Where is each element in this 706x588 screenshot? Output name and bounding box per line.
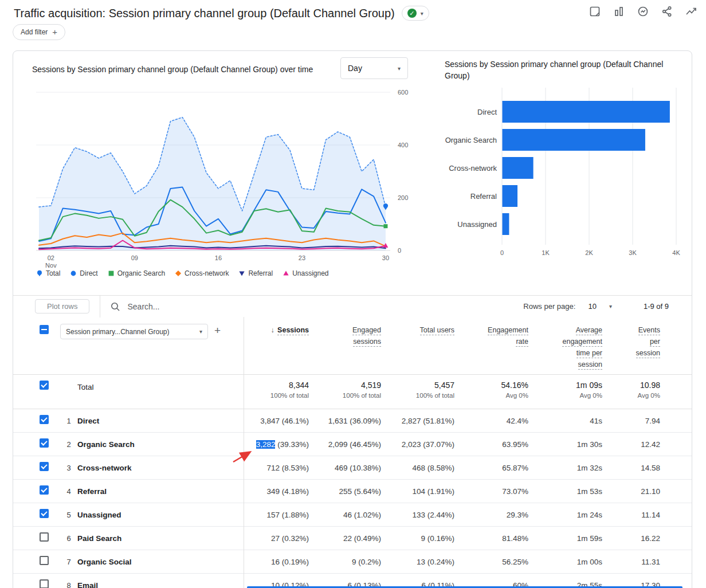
- svg-text:3K: 3K: [629, 249, 637, 256]
- svg-text:Referral: Referral: [470, 192, 497, 201]
- column-header-average-engagement-time-per-session[interactable]: Averageengagementtime persession: [533, 317, 607, 374]
- column-header-sessions[interactable]: ↓ Sessions: [244, 317, 313, 374]
- select-all-checkbox[interactable]: [40, 325, 49, 334]
- dimension-selector[interactable]: Session primary...Channel Group) ▾: [60, 324, 208, 339]
- column-header-engaged-sessions[interactable]: Engagedsessions: [313, 317, 386, 374]
- report-card: Sessions by Session primary channel grou…: [13, 50, 692, 588]
- search-icon: [110, 301, 120, 312]
- metric-cell: 7.94: [607, 417, 692, 425]
- svg-text:Cross-network: Cross-network: [449, 164, 497, 173]
- table-row-referral: 4Referral349 (4.18%)255 (5.64%)104 (1.91…: [13, 480, 692, 503]
- pagination-range: 1-9 of 9: [644, 302, 669, 311]
- trending-icon[interactable]: [683, 1, 699, 22]
- metric-cell: 63.95%: [459, 440, 533, 449]
- legend-item-direct: Direct: [70, 269, 97, 277]
- legend-item-unassigned: Unassigned: [283, 269, 328, 277]
- legend-label: Unassigned: [292, 269, 328, 277]
- bar-chart-title: Sessions by Session primary channel grou…: [445, 58, 673, 81]
- table-row-cross-network: 3Cross-network712 (8.53%)469 (10.38%)468…: [13, 456, 692, 480]
- row-index: 2: [60, 440, 77, 449]
- svg-text:30: 30: [382, 254, 389, 261]
- add-dimension-button[interactable]: +: [214, 324, 221, 338]
- rows-per-page-label: Rows per page:: [523, 302, 575, 311]
- sessions-over-time-chart: 600400200002Nov09162330: [36, 88, 426, 272]
- total-row-checkbox[interactable]: [40, 381, 49, 390]
- legend-label: Total: [46, 269, 60, 277]
- legend-item-total: Total: [36, 269, 60, 277]
- row-checkbox-direct[interactable]: [40, 415, 49, 424]
- line-chart-legend: TotalDirectOrganic SearchCross-networkRe…: [36, 269, 329, 277]
- share-icon[interactable]: [659, 1, 675, 22]
- row-checkbox-organic-social[interactable]: [40, 556, 49, 565]
- chevron-down-icon: ▾: [398, 65, 401, 72]
- svg-text:Direct: Direct: [477, 108, 497, 116]
- rows-per-page-select[interactable]: 10 ▾: [588, 302, 612, 311]
- metric-cell: 73.07%: [459, 487, 533, 496]
- metric-cell: 9 (0.16%): [386, 534, 459, 543]
- column-header-engagement-rate[interactable]: Engagementrate: [459, 317, 533, 374]
- row-index: 8: [60, 581, 77, 588]
- metric-cell: 9 (0.2%): [313, 558, 386, 566]
- row-checkbox-unassigned[interactable]: [40, 509, 49, 518]
- report-status-badge[interactable]: ✓ ▾: [402, 6, 429, 21]
- row-checkbox-paid-search[interactable]: [40, 532, 49, 542]
- metric-cell: 81.48%: [459, 534, 533, 543]
- insights-icon[interactable]: [635, 1, 651, 22]
- metric-cell: 157 (1.88%): [244, 511, 313, 519]
- chevron-down-icon: ▾: [199, 328, 202, 335]
- metric-cell: 29.3%: [459, 511, 533, 519]
- dimension-value: Session primary...Channel Group): [66, 328, 170, 336]
- table-total-row: Total 8,344100% of total4,519100% of tot…: [13, 375, 692, 409]
- table-row-unassigned: 5Unassigned157 (1.88%)46 (1.02%)133 (2.4…: [13, 503, 692, 527]
- metric-cell: 13 (0.24%): [386, 558, 459, 566]
- table-toolbar: Plot rows Rows per page: 10 ▾ 1-9 of 9: [13, 295, 692, 317]
- channel-name: Referral: [77, 487, 244, 496]
- total-metric-4: 1m 09sAvg 0%: [533, 381, 607, 399]
- channel-name: Organic Search: [77, 440, 244, 449]
- metric-cell: 1m 24s: [533, 511, 607, 519]
- metric-cell: 255 (5.64%): [313, 487, 386, 496]
- row-checkbox-email[interactable]: [40, 579, 49, 588]
- metric-cell: 65.87%: [459, 464, 533, 472]
- note-card-icon[interactable]: [587, 1, 603, 22]
- metric-cell: 3,282 (39.33%): [244, 440, 313, 449]
- metric-cell: 41s: [533, 417, 607, 425]
- legend-label: Referral: [248, 269, 273, 277]
- row-checkbox-organic-search[interactable]: [40, 438, 49, 448]
- total-metric-0: 8,344100% of total: [244, 381, 313, 399]
- metric-cell: 22 (0.49%): [313, 534, 386, 543]
- channel-name: Email: [77, 581, 244, 588]
- search-input[interactable]: [126, 301, 289, 312]
- total-metric-2: 5,457100% of total: [386, 381, 459, 399]
- row-checkbox-referral[interactable]: [40, 485, 49, 495]
- metric-cell: 1m 53s: [533, 487, 607, 496]
- interval-select[interactable]: Day ▾: [340, 57, 408, 79]
- metric-cell: 11.14: [607, 511, 692, 519]
- column-header-events-per-session[interactable]: Eventspersession: [607, 317, 692, 374]
- svg-text:09: 09: [131, 254, 138, 261]
- plot-rows-button[interactable]: Plot rows: [35, 299, 89, 313]
- metric-cell: 133 (2.44%): [386, 511, 459, 519]
- metric-cell: 11.31: [607, 558, 692, 566]
- legend-item-cross-network: Cross-network: [175, 269, 229, 277]
- metric-cell: 469 (10.38%): [313, 464, 386, 472]
- rows-per-page-value: 10: [588, 302, 596, 311]
- channel-name: Cross-network: [77, 464, 244, 472]
- table-body: 1Direct3,847 (46.1%)1,631 (36.09%)2,827 …: [13, 409, 692, 588]
- legend-item-referral: Referral: [238, 269, 273, 277]
- divider: [244, 317, 244, 588]
- header-actions: [587, 1, 699, 22]
- bar-chart-icon[interactable]: [611, 1, 627, 22]
- add-filter-button[interactable]: Add filter +: [13, 24, 65, 40]
- channel-name: Paid Search: [77, 534, 244, 543]
- row-checkbox-cross-network[interactable]: [40, 462, 49, 471]
- table-row-organic-search: 2Organic Search3,282 (39.33%)2,099 (46.4…: [13, 433, 692, 456]
- channel-name: Unassigned: [77, 511, 244, 519]
- svg-text:02: 02: [48, 254, 54, 261]
- column-header-total-users[interactable]: Total users: [386, 317, 459, 374]
- report-header: Traffic acquisition: Session primary cha…: [0, 0, 706, 26]
- table-header-row: Session primary...Channel Group) ▾ + ↓ S…: [13, 317, 692, 375]
- row-index: 6: [60, 534, 77, 543]
- svg-text:Unassigned: Unassigned: [457, 220, 497, 229]
- svg-text:23: 23: [299, 254, 305, 261]
